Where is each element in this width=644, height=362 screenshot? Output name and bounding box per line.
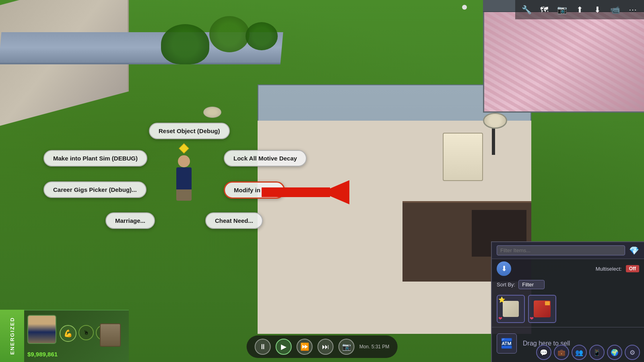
- tree-decoration: [209, 16, 250, 52]
- cheat-need-button[interactable]: Cheat Need...: [205, 212, 263, 229]
- inventory-items-row: ⭐ ❤ ❤: [492, 291, 644, 327]
- filter-input[interactable]: [497, 245, 625, 255]
- nav-career-icon[interactable]: 💼: [554, 345, 569, 360]
- camera-mode-icon[interactable]: 📷: [555, 2, 569, 17]
- panel-header: 💎: [492, 242, 644, 259]
- sim-head: [178, 155, 190, 167]
- camera-button[interactable]: 📷: [339, 339, 355, 355]
- action-icon-1[interactable]: 💪: [60, 325, 76, 342]
- marriage-button[interactable]: Marriage...: [105, 212, 155, 229]
- video-icon[interactable]: 📹: [608, 2, 622, 17]
- pause-button[interactable]: ⏸: [255, 339, 271, 355]
- inventory-item-1[interactable]: ⭐ ❤: [497, 295, 525, 323]
- arrow-head: [321, 180, 349, 204]
- item-thumbnail-2: [534, 300, 551, 317]
- panel-controls: ⬇ Multiselect: Off: [492, 259, 644, 278]
- bottom-right-nav: 💬 💼 👥 📱 🌍 ⚙: [536, 345, 640, 360]
- energized-bar: ENERGIZED: [0, 310, 24, 362]
- time-display: Mon. 5:31 PM: [359, 344, 390, 350]
- item-star-1: ⭐: [498, 296, 505, 303]
- top-toolbar: 🔧 🗺 📷 ⬆ ⬇ 📹 ⋯: [515, 0, 644, 19]
- portrait-row: [100, 323, 121, 347]
- diamond-icon[interactable]: 💎: [629, 246, 639, 255]
- item-thumbnail-1: [503, 301, 519, 317]
- bush-decoration-2: [246, 22, 278, 50]
- tools-icon[interactable]: 🔧: [519, 2, 534, 17]
- more-icon[interactable]: ⋯: [625, 2, 640, 17]
- small-animal: [203, 107, 221, 118]
- portrait-mini-1[interactable]: [100, 323, 121, 347]
- bush-decoration: [161, 24, 209, 64]
- lock-motive-decay-button[interactable]: Lock All Motive Decay: [224, 150, 307, 167]
- view-down-icon[interactable]: ⬇: [590, 2, 605, 17]
- item-heart-2: ❤: [530, 316, 534, 321]
- sim-legs: [176, 189, 192, 201]
- sim-portrait[interactable]: [27, 315, 56, 344]
- fast-forward-button[interactable]: ⏩: [297, 339, 313, 355]
- view-up-icon[interactable]: ⬆: [572, 2, 587, 17]
- money-value: $9,989,861: [27, 351, 58, 358]
- layers-icon[interactable]: 🗺: [537, 2, 551, 17]
- play-button[interactable]: ▶: [276, 339, 292, 355]
- shower-base: [443, 133, 483, 181]
- action-icon-2[interactable]: 🖱: [78, 325, 94, 340]
- inventory-item-2[interactable]: ❤: [528, 295, 556, 323]
- energized-text: ENERGIZED: [9, 317, 15, 355]
- nav-household-icon[interactable]: 👥: [572, 345, 587, 360]
- arrow-body: [262, 187, 330, 197]
- nav-phone-icon[interactable]: 📱: [589, 345, 605, 360]
- inventory-panel: 💎 ⬇ Multiselect: Off Sort By: Filter Nam…: [491, 241, 644, 362]
- sort-dropdown[interactable]: Filter Name Value: [518, 280, 545, 289]
- item-heart-1: ❤: [498, 316, 502, 321]
- nav-settings-icon[interactable]: ⚙: [625, 345, 640, 360]
- nav-relationships-icon[interactable]: 💬: [536, 345, 551, 360]
- download-icon[interactable]: ⬇: [497, 261, 511, 276]
- faster-forward-button[interactable]: ⏭: [318, 339, 334, 355]
- nav-world-icon[interactable]: 🌍: [607, 345, 622, 360]
- career-gigs-button[interactable]: Career Gigs Picker (Debug)...: [43, 181, 147, 198]
- multiselect-value[interactable]: Off: [626, 265, 639, 272]
- playback-controls: ⏸ ▶ ⏩ ⏭ 📷 Mon. 5:31 PM: [247, 335, 398, 358]
- sim-jacket: [176, 167, 192, 189]
- multiselect-label: Multiselect:: [596, 266, 622, 272]
- shower-head: [483, 113, 507, 129]
- top-indicator-dot: [462, 5, 467, 10]
- sort-controls: Sort By: Filter Name Value: [492, 278, 644, 291]
- make-plant-sim-button[interactable]: Make into Plant Sim (DEBUG): [43, 150, 147, 167]
- cash-register-icon: 🏧: [497, 333, 517, 354]
- sort-label: Sort By:: [497, 282, 515, 288]
- money-display: $9,989,861: [27, 351, 58, 358]
- reset-object-button[interactable]: Reset Object (Debug): [149, 123, 230, 139]
- sim-character[interactable]: [176, 145, 192, 201]
- sim-plumbob: [179, 143, 189, 153]
- red-arrow: [262, 179, 350, 205]
